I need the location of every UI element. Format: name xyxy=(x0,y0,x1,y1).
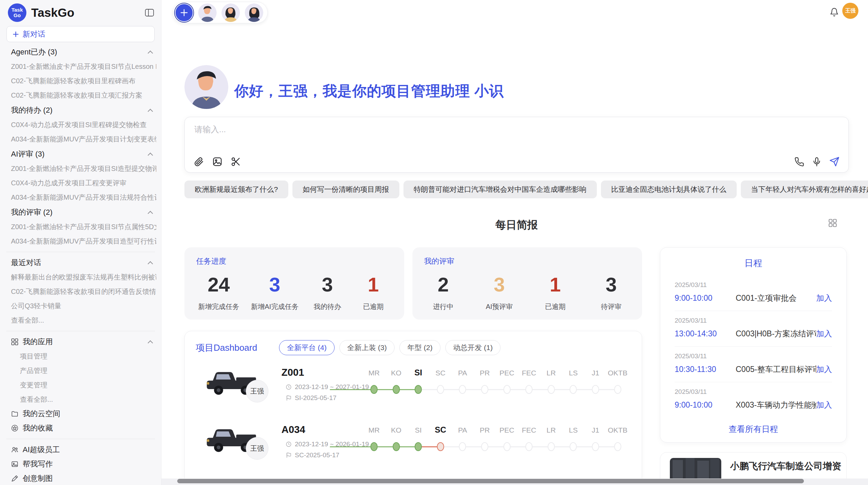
stat-label: 已逾期 xyxy=(538,302,572,311)
milestone-dot[interactable] xyxy=(614,385,621,394)
recent-view-all[interactable]: 查看全部... xyxy=(5,313,156,327)
tab-powertrain[interactable]: 动总开发 (1) xyxy=(445,340,501,355)
section-recent-chats[interactable]: 最近对话 xyxy=(5,256,156,270)
sidebar-item[interactable]: A034-全新新能源MUV产品开发项目造型可行性评审 xyxy=(5,234,156,248)
sidebar-item[interactable]: C0X4-动力总成开发项目工程变更评审 xyxy=(5,176,156,190)
sidebar-item[interactable]: A034-全新新能源MUV产品开发项目计划变更表编写 xyxy=(5,132,156,146)
sidebar-item-creative-draw[interactable]: 创意制图 xyxy=(5,471,156,485)
apps-view-all[interactable]: 查看全部... xyxy=(5,392,156,407)
stat-in-progress: 2 进行中 xyxy=(426,275,460,311)
layout-grid-icon[interactable] xyxy=(828,219,837,227)
milestone-dot[interactable] xyxy=(570,442,577,451)
avatar[interactable] xyxy=(221,3,240,22)
milestone-dot[interactable] xyxy=(393,385,400,394)
milestone-dot[interactable] xyxy=(437,442,444,451)
milestone-label: PEC xyxy=(499,369,514,377)
notification-bell-icon[interactable] xyxy=(830,8,839,17)
project-code[interactable]: A034 xyxy=(281,424,305,435)
milestone-dot[interactable] xyxy=(393,442,400,451)
milestone-dot[interactable] xyxy=(526,385,533,394)
milestone-dot[interactable] xyxy=(547,442,555,451)
section-my-todo[interactable]: 我的待办 (2) xyxy=(5,103,156,117)
tab-new-body[interactable]: 全新上装 (3) xyxy=(339,340,395,355)
horizontal-scrollbar-thumb[interactable] xyxy=(177,479,804,483)
event-date: 2025/03/11 xyxy=(675,352,832,360)
tab-year-model[interactable]: 年型 (2) xyxy=(399,340,441,355)
user-avatar[interactable]: 王强 xyxy=(842,3,858,19)
suggestion-chip[interactable]: 比亚迪全固态电池计划具体说了什么 xyxy=(601,181,737,198)
milestone-dot[interactable] xyxy=(437,385,444,394)
milestone-dot[interactable] xyxy=(481,385,489,394)
milestone-dot[interactable] xyxy=(415,442,422,451)
event-time: 10:30-11:30 xyxy=(675,365,736,374)
milestone-dot[interactable] xyxy=(459,442,466,451)
chevron-up-icon xyxy=(148,340,153,346)
milestone-dot[interactable] xyxy=(371,385,378,394)
milestone-dot[interactable] xyxy=(371,442,378,451)
sidebar-item[interactable]: A034-全新新能源MUV产品开发项目法规符合性评审 xyxy=(5,190,156,204)
star-badge-icon xyxy=(11,424,19,432)
section-agent-done[interactable]: Agent已办 (3) xyxy=(5,45,156,59)
section-my-review[interactable]: 我的评审 (2) xyxy=(5,205,156,220)
sidebar-item[interactable]: Z001-全新燃油轻卡产品开发项目SI节点属性5D文件评审 xyxy=(5,220,156,234)
recent-chat-item[interactable]: C02-飞腾新能源轻客改款项目的闭环通告反馈情况 xyxy=(5,284,156,299)
milestone-dot[interactable] xyxy=(526,442,533,451)
sidebar-item-cloud-space[interactable]: 我的云空间 xyxy=(5,407,156,421)
phone-icon[interactable] xyxy=(794,157,804,167)
sidebar-item-ai-employee[interactable]: AI超级员工 xyxy=(5,443,156,457)
dashboard-header: 项目Dashboard 全新平台 (4) 全新上装 (3) 年型 (2) 动总开… xyxy=(185,331,642,355)
milestone-dot[interactable] xyxy=(503,442,510,451)
milestone-dot[interactable] xyxy=(570,385,577,394)
avatar[interactable] xyxy=(245,3,263,22)
suggestion-chip[interactable]: 欧洲新规最近颁布了什么? xyxy=(184,181,288,198)
suggestion-chip[interactable]: 当下年轻人对汽车外观有怎样的喜好趋势 xyxy=(741,181,868,198)
join-button[interactable]: 加入 xyxy=(816,293,832,303)
sidebar-item[interactable]: C02-飞腾新能源轻客改款项目立项汇报方案 xyxy=(5,88,156,102)
schedule-event: 2025/03/11 10:30-11:30 C005-整车工程目标评审 加入 xyxy=(675,346,832,382)
view-all-schedule-link[interactable]: 查看所有日程 xyxy=(675,424,832,435)
chat-input[interactable] xyxy=(194,125,674,134)
join-button[interactable]: 加入 xyxy=(816,364,832,375)
milestone-dot[interactable] xyxy=(481,442,489,451)
event-time: 9:00-10:00 xyxy=(675,294,736,303)
recent-chat-item[interactable]: 解释最新出台的欧盟报废车法规再生塑料比例被调至15%... xyxy=(5,270,156,284)
milestone-dot[interactable] xyxy=(547,385,555,394)
sidebar-item-help-write[interactable]: 帮我写作 xyxy=(5,457,156,471)
new-chat-button[interactable]: 新对话 xyxy=(7,26,155,42)
suggestion-chip[interactable]: 如何写一份清晰的项目周报 xyxy=(292,181,399,198)
milestone-dot[interactable] xyxy=(614,442,621,451)
sidebar-item[interactable]: C02-飞腾新能源轻客改款项目里程碑画布 xyxy=(5,74,156,88)
milestone-dot[interactable] xyxy=(459,385,466,394)
scissors-icon[interactable] xyxy=(231,157,241,167)
project-owner-badge[interactable]: 王强 xyxy=(246,380,268,402)
milestone-dot[interactable] xyxy=(592,385,599,394)
paperclip-icon[interactable] xyxy=(194,157,204,167)
recent-chat-item[interactable]: 公司Q3轻卡销量 xyxy=(5,299,156,313)
milestone-label: PEC xyxy=(499,426,514,434)
sidebar-item[interactable]: C0X4-动力总成开发项目SI里程碑提交物检查 xyxy=(5,117,156,132)
avatar[interactable] xyxy=(198,3,217,22)
add-conversation-button[interactable] xyxy=(175,3,193,22)
sidebar-item[interactable]: Z001-全新燃油皮卡产品开发项目SI节点Lesson Learn报告 xyxy=(5,59,156,74)
milestone-dot[interactable] xyxy=(415,385,422,394)
project-code[interactable]: Z001 xyxy=(281,367,304,378)
microphone-icon[interactable] xyxy=(812,157,822,167)
suggestion-chip[interactable]: 特朗普可能对进口汽车增税会对中国车企造成哪些影响 xyxy=(403,181,597,198)
project-owner-badge[interactable]: 王强 xyxy=(246,437,268,460)
section-ai-review[interactable]: AI评审 (3) xyxy=(5,147,156,161)
tab-new-platform[interactable]: 全新平台 (4) xyxy=(279,340,335,355)
milestone-dot[interactable] xyxy=(503,385,510,394)
stat-value: 1 xyxy=(538,275,572,295)
section-my-apps[interactable]: 我的应用 xyxy=(5,335,156,349)
join-button[interactable]: 加入 xyxy=(816,400,832,410)
sidebar-item-favorites[interactable]: 我的收藏 xyxy=(5,421,156,435)
app-item-project-mgmt[interactable]: 项目管理 xyxy=(5,349,156,363)
join-button[interactable]: 加入 xyxy=(816,328,832,339)
image-upload-icon[interactable] xyxy=(212,157,222,167)
app-item-change-mgmt[interactable]: 变更管理 xyxy=(5,378,156,392)
milestone-dot[interactable] xyxy=(592,442,599,451)
sidebar-collapse-icon[interactable] xyxy=(145,9,154,17)
send-icon[interactable] xyxy=(829,157,840,167)
sidebar-item[interactable]: Z001-全新燃油轻卡产品开发项目SI造型提交物评审 xyxy=(5,161,156,176)
app-item-product-mgmt[interactable]: 产品管理 xyxy=(5,363,156,378)
